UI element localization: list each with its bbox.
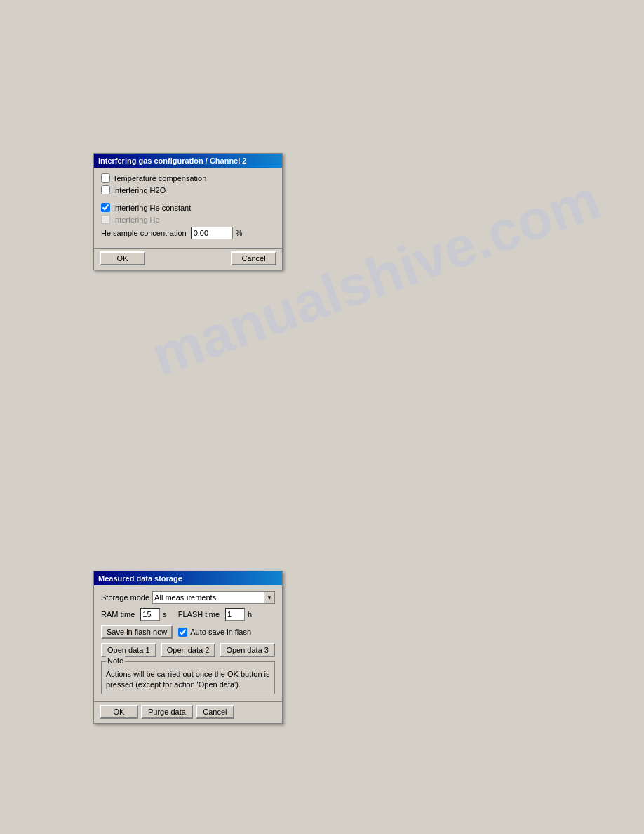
he-sample-label: He sample concentration bbox=[101, 229, 187, 237]
interfering-he-constant-row: Interfering He constant bbox=[101, 203, 275, 212]
dialog1-ok-button[interactable]: OK bbox=[100, 251, 145, 265]
temp-compensation-label: Temperature compensation bbox=[113, 174, 206, 183]
open-data-1-button[interactable]: Open data 1 bbox=[101, 643, 156, 657]
open-data-2-button[interactable]: Open data 2 bbox=[161, 643, 216, 657]
dialog2-titlebar: Measured data storage bbox=[94, 571, 282, 585]
note-title: Note bbox=[106, 656, 125, 665]
interfering-gas-dialog: Interfering gas configuration / Channel … bbox=[93, 153, 283, 270]
time-row: RAM time s FLASH time h bbox=[101, 608, 275, 621]
interfering-h2o-label: Interfering H2O bbox=[113, 186, 166, 194]
he-sample-input[interactable] bbox=[191, 227, 233, 239]
ram-time-unit: s bbox=[163, 610, 167, 618]
interfering-he-row: Interfering He bbox=[101, 215, 275, 224]
open-data-row: Open data 1 Open data 2 Open data 3 bbox=[101, 643, 275, 657]
interfering-h2o-checkbox[interactable] bbox=[101, 185, 110, 194]
dialog1-cancel-button[interactable]: Cancel bbox=[231, 251, 276, 265]
note-text: Actions will be carried out once the OK … bbox=[106, 669, 270, 691]
storage-mode-label: Storage mode bbox=[101, 593, 149, 602]
auto-save-label: Auto save in flash bbox=[190, 628, 251, 636]
measured-data-dialog: Measured data storage Storage mode All m… bbox=[93, 571, 283, 724]
dialog2-ok-button[interactable]: OK bbox=[100, 705, 138, 719]
flash-time-input[interactable] bbox=[225, 608, 245, 621]
note-box: Note Actions will be carried out once th… bbox=[101, 661, 275, 694]
ram-time-input[interactable] bbox=[140, 608, 160, 621]
interfering-he-label: Interfering He bbox=[113, 216, 160, 224]
dialog2-purge-button[interactable]: Purge data bbox=[141, 705, 193, 719]
open-data-3-button[interactable]: Open data 3 bbox=[220, 643, 275, 657]
interfering-he-constant-label: Interfering He constant bbox=[113, 204, 191, 212]
interfering-he-constant-checkbox[interactable] bbox=[101, 203, 110, 212]
storage-mode-select-wrapper: All measurements Every nth measurement T… bbox=[152, 591, 275, 604]
storage-mode-select[interactable]: All measurements Every nth measurement T… bbox=[152, 591, 275, 604]
storage-mode-row: Storage mode All measurements Every nth … bbox=[101, 591, 275, 604]
flash-time-label: FLASH time bbox=[178, 610, 220, 618]
flash-save-row: Save in flash now Auto save in flash bbox=[101, 625, 275, 639]
interfering-h2o-row: Interfering H2O bbox=[101, 185, 275, 194]
he-sample-unit: % bbox=[236, 229, 243, 237]
dialog2-title: Measured data storage bbox=[98, 574, 182, 583]
ram-time-label: RAM time bbox=[101, 610, 135, 618]
he-sample-row: He sample concentration % bbox=[101, 227, 275, 239]
dialog2-cancel-button[interactable]: Cancel bbox=[196, 705, 234, 719]
dialog2-button-row: OK Purge data Cancel bbox=[94, 701, 282, 723]
temp-compensation-row: Temperature compensation bbox=[101, 173, 275, 183]
auto-save-row: Auto save in flash bbox=[178, 628, 251, 637]
dialog1-titlebar: Interfering gas configuration / Channel … bbox=[94, 154, 282, 168]
temp-compensation-checkbox[interactable] bbox=[101, 173, 110, 183]
dialog1-title: Interfering gas configuration / Channel … bbox=[98, 157, 246, 165]
flash-time-unit: h bbox=[248, 610, 252, 618]
auto-save-checkbox[interactable] bbox=[178, 628, 187, 637]
interfering-he-checkbox[interactable] bbox=[101, 215, 110, 224]
save-flash-button[interactable]: Save in flash now bbox=[101, 625, 173, 639]
